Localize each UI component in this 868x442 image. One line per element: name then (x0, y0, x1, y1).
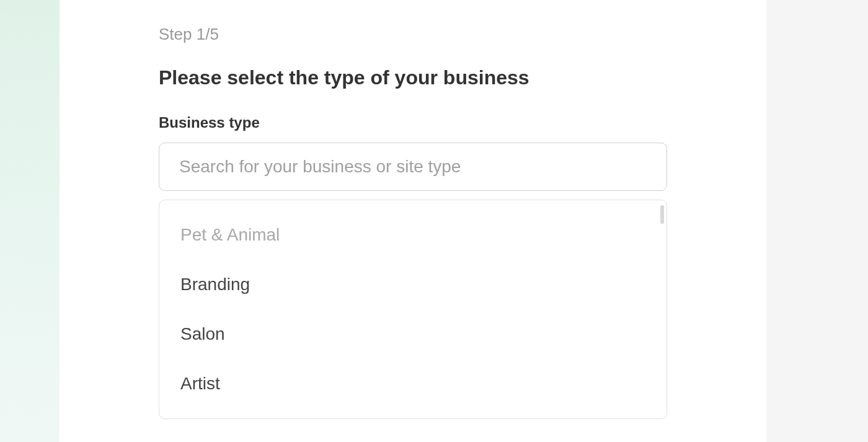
step-indicator: Step 1/5 (159, 25, 667, 44)
main-panel: Step 1/5 Please select the type of your … (60, 0, 766, 442)
dropdown-item-pet-animal[interactable]: Pet & Animal (159, 210, 666, 260)
dropdown-item-artist[interactable]: Artist (159, 359, 666, 409)
form-content: Step 1/5 Please select the type of your … (60, 0, 766, 419)
dropdown-item-branding[interactable]: Branding (159, 260, 666, 309)
business-type-dropdown: Pet & Animal Branding Salon Artist (159, 200, 667, 419)
dropdown-item-salon[interactable]: Salon (159, 309, 666, 359)
business-type-search-input[interactable] (159, 143, 667, 191)
background-gradient (0, 0, 60, 442)
field-label: Business type (159, 114, 667, 131)
page-title: Please select the type of your business (159, 66, 667, 89)
scrollbar[interactable] (660, 205, 664, 224)
